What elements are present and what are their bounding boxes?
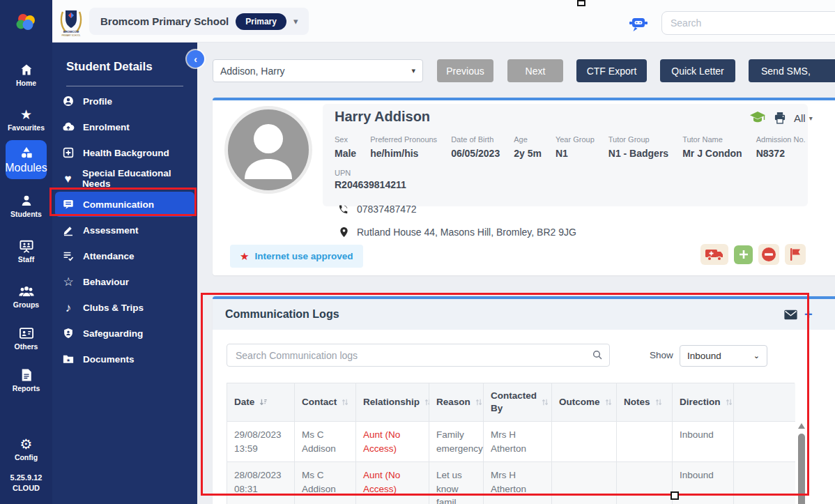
menu-item-attendance[interactable]: Attendance xyxy=(55,243,194,268)
bromcom-cloud-logo[interactable] xyxy=(0,0,52,43)
table-row-cell: Aunt (No Access) xyxy=(356,422,429,462)
sidebar-item-others[interactable]: Others xyxy=(0,326,52,351)
panel-collapse-button[interactable]: ‹ xyxy=(187,50,204,68)
table-row-cell xyxy=(552,462,617,504)
ctf-export-button[interactable]: CTF Export xyxy=(576,59,647,82)
all-filter-dropdown[interactable]: All ▾ xyxy=(794,112,813,124)
menu-item-behaviour[interactable]: ☆ Behaviour xyxy=(55,269,194,294)
internet-use-approved-badge: ★ Internet use approved xyxy=(230,245,363,268)
student-selector[interactable]: Addison, Harry ▾ xyxy=(213,59,423,82)
restriction-flag-button[interactable] xyxy=(758,244,779,265)
communication-search-input[interactable] xyxy=(227,344,610,367)
school-phase-badge: Primary xyxy=(236,13,286,30)
chevron-down-icon: ▾ xyxy=(411,66,415,75)
svg-text:PRIMARY SCHOOL: PRIMARY SCHOOL xyxy=(61,34,80,37)
menu-item-profile[interactable]: Profile xyxy=(55,89,194,114)
global-search-input[interactable] xyxy=(661,11,835,35)
menu-item-assessment[interactable]: Assessment xyxy=(55,217,194,243)
red-star-icon: ★ xyxy=(240,250,249,263)
sidebar-item-groups[interactable]: Groups xyxy=(0,284,52,309)
sidebar-item-home[interactable]: Home xyxy=(0,63,52,87)
star-icon: ★ xyxy=(20,108,33,121)
table-row-cell: Ms C Addison xyxy=(295,462,356,504)
chat-bubble-icon xyxy=(62,198,75,211)
scroll-up-icon[interactable] xyxy=(798,423,805,429)
sort-desc-icon xyxy=(259,398,268,406)
direction-filter-select[interactable]: Inbound ⌄ xyxy=(680,345,767,367)
sort-icon xyxy=(655,398,662,406)
sidebar-item-students[interactable]: Students xyxy=(0,194,52,218)
send-sms-button[interactable]: Send SMS, xyxy=(749,59,835,82)
home-icon xyxy=(20,63,33,77)
menu-item-special-educational-needs[interactable]: ♥ Special Educational Needs xyxy=(55,166,194,191)
table-row-cell: Mrs H Atherton xyxy=(484,462,552,504)
table-row-cell: Inbound xyxy=(673,422,734,462)
next-button[interactable]: Next xyxy=(507,59,563,82)
student-phone: 07837487472 xyxy=(357,204,417,215)
table-row-cell: 29/08/2023 13:59 xyxy=(227,422,295,462)
menu-item-enrolment[interactable]: Enrolment xyxy=(55,114,194,139)
table-row-cell xyxy=(734,422,795,462)
health-plus-icon xyxy=(62,146,75,159)
sort-icon xyxy=(475,398,482,406)
previous-button[interactable]: Previous xyxy=(437,59,493,82)
envelope-icon[interactable] xyxy=(784,310,797,320)
sort-icon xyxy=(542,398,549,406)
menu-item-safeguarding[interactable]: Safeguarding xyxy=(55,321,194,346)
show-label: Show xyxy=(650,350,673,360)
student-fields: SexMale Preferred Pronounshe/him/his Dat… xyxy=(335,135,806,159)
column-header-actions xyxy=(734,383,795,422)
scrollbar-thumb[interactable] xyxy=(798,434,805,504)
graduation-cap-icon[interactable] xyxy=(749,111,766,125)
location-pin-icon xyxy=(339,227,348,238)
column-header-reason[interactable]: Reason xyxy=(429,383,484,422)
student-summary-card: Harry Addison All ▾ xyxy=(213,98,835,275)
phone-row: 07837487472 xyxy=(338,204,417,215)
printer-icon[interactable] xyxy=(773,111,787,125)
student-person-icon xyxy=(20,194,33,208)
svg-text:★: ★ xyxy=(66,358,70,362)
add-log-button[interactable]: + xyxy=(804,307,813,321)
menu-item-clubs-trips[interactable]: ♪ Clubs & Trips xyxy=(55,295,194,320)
assistant-bot-button[interactable] xyxy=(629,15,648,33)
search-icon xyxy=(592,349,603,360)
alert-flag-button[interactable] xyxy=(785,244,806,265)
school-selector[interactable]: Bromcom Primary School Primary ▾ xyxy=(89,8,309,35)
menu-item-health-background[interactable]: Health Background xyxy=(55,140,194,165)
table-row-cell: Ms C Addison xyxy=(295,422,356,462)
upn-label: UPN xyxy=(335,169,351,177)
minus-circle-icon xyxy=(761,247,776,262)
primary-nav-rail: Home ★ Favourites Modules Students Staff xyxy=(0,43,52,504)
column-header-contact[interactable]: Contact xyxy=(295,383,356,422)
svg-text:BROMCOM: BROMCOM xyxy=(63,30,79,33)
column-header-direction[interactable]: Direction xyxy=(673,383,734,422)
quick-letter-button[interactable]: Quick Letter xyxy=(660,59,735,82)
sidebar-item-reports[interactable]: Reports xyxy=(0,368,52,392)
student-flags xyxy=(700,244,806,265)
ambulance-flag-button[interactable] xyxy=(700,244,728,265)
sidebar-item-modules[interactable]: Modules xyxy=(6,140,47,179)
groups-people-icon xyxy=(18,284,35,298)
phone-icon xyxy=(338,204,348,215)
ambulance-icon xyxy=(705,247,724,261)
panel-title: Student Details xyxy=(66,60,153,74)
column-header-date[interactable]: Date xyxy=(227,383,295,422)
sort-icon xyxy=(605,398,612,406)
column-header-outcome[interactable]: Outcome xyxy=(552,383,617,422)
menu-item-communication[interactable]: Communication xyxy=(55,192,194,217)
sidebar-item-staff[interactable]: Staff xyxy=(0,239,52,264)
add-flag-button[interactable] xyxy=(734,245,753,264)
menu-item-documents[interactable]: ★ Documents xyxy=(55,346,194,372)
sidebar-item-config[interactable]: ⚙ Config xyxy=(0,437,52,461)
table-scrollbar[interactable] xyxy=(797,423,806,504)
column-header-contacted-by[interactable]: Contacted By xyxy=(484,383,552,422)
flag-icon xyxy=(789,247,802,261)
table-row-cell: Inbound xyxy=(673,462,734,504)
communication-logs-table: Date Contact Relationship Reason Contact… xyxy=(227,383,795,504)
column-header-relationship[interactable]: Relationship xyxy=(356,383,429,422)
table-row-cell: Mrs H Atherton xyxy=(484,422,552,462)
pencil-icon xyxy=(62,224,75,236)
chevron-down-icon: ▾ xyxy=(809,114,813,122)
sidebar-item-favourites[interactable]: ★ Favourites xyxy=(0,108,52,132)
column-header-notes[interactable]: Notes xyxy=(617,383,673,422)
